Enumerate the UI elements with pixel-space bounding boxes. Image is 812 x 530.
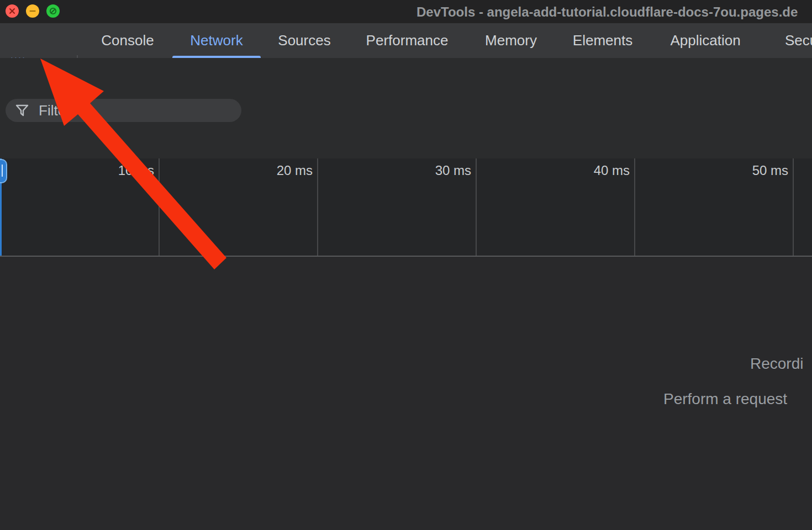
tab-application[interactable]: Application xyxy=(653,23,758,58)
filter-input-pill[interactable] xyxy=(6,99,241,122)
close-window-button[interactable] xyxy=(6,4,19,18)
tab-network[interactable]: Network xyxy=(172,23,261,58)
tab-elements[interactable]: Elements xyxy=(557,23,648,58)
tab-performance[interactable]: Performance xyxy=(348,23,466,58)
filter-input[interactable] xyxy=(38,102,222,120)
minimize-icon xyxy=(28,7,37,15)
timeline-tick-label: 20 ms xyxy=(240,163,313,178)
overview-window-resize-handle[interactable] xyxy=(0,159,7,183)
timeline-tick-label: 50 ms xyxy=(715,163,788,178)
tab-security[interactable]: Security xyxy=(766,23,812,58)
network-overview-timeline[interactable]: 10 ms 20 ms 30 ms 40 ms 50 ms xyxy=(0,158,812,257)
network-requests-panel: Recordi Perform a request xyxy=(0,257,812,530)
tab-sources[interactable]: Sources xyxy=(265,23,344,58)
recording-hint-text: Recordi xyxy=(750,355,803,373)
window-title: DevTools - angela-add-tutorial.cloudflar… xyxy=(416,4,798,20)
network-filter-bar: Invert Hide data URLs Hide extension URL… xyxy=(0,95,812,126)
timeline-gridline xyxy=(159,158,160,256)
devtools-tabbar: Console Network Sources Performance Memo… xyxy=(0,23,812,58)
timeline-gridline xyxy=(793,158,794,256)
perform-request-hint-text: Perform a request xyxy=(663,390,787,408)
timeline-gridline xyxy=(476,158,477,256)
timeline-tick-label: 30 ms xyxy=(398,163,471,178)
network-toolbar: Preserve log Disable cache No throttling xyxy=(0,58,812,96)
zoom-disabled-icon xyxy=(49,7,57,15)
close-icon xyxy=(8,7,17,15)
tab-memory[interactable]: Memory xyxy=(470,23,552,58)
request-filters-row: Blocked requests 3rd-party requests xyxy=(0,126,812,159)
zoom-window-button[interactable] xyxy=(46,4,60,18)
minimize-window-button[interactable] xyxy=(26,4,39,18)
filter-funnel-outline-icon xyxy=(15,104,29,117)
timeline-gridline xyxy=(317,158,318,256)
window-titlebar: DevTools - angela-add-tutorial.cloudflar… xyxy=(0,0,812,24)
timeline-tick-label: 10 ms xyxy=(81,163,154,178)
timeline-gridline xyxy=(634,158,635,256)
tab-console[interactable]: Console xyxy=(87,23,168,58)
timeline-tick-label: 40 ms xyxy=(557,163,630,178)
